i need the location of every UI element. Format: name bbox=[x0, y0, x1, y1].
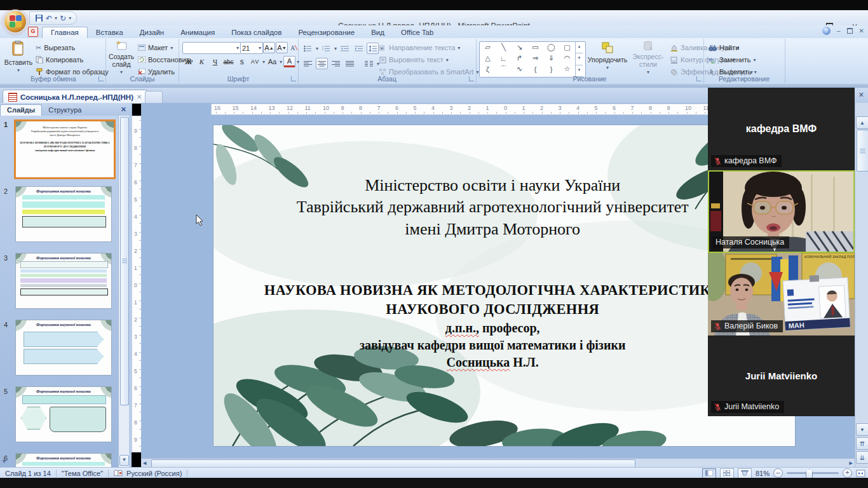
shape-icon[interactable]: ζ bbox=[480, 64, 496, 74]
arrange-button[interactable]: Упорядочить ▾ bbox=[588, 41, 627, 75]
numbering-button[interactable]: 12 bbox=[320, 43, 332, 54]
replace-button[interactable]: abacЗаменить▾ bbox=[709, 54, 756, 65]
find-button[interactable]: Найти bbox=[709, 42, 739, 53]
quick-styles-button[interactable]: Экспресс-стили ▾ bbox=[627, 41, 669, 75]
participant-tile-sosnytska[interactable]: Наталя Сосницька bbox=[708, 170, 855, 253]
numbering-dropdown-icon[interactable]: ▾ bbox=[334, 46, 337, 51]
line-spacing-button[interactable] bbox=[367, 43, 379, 54]
qat-customize-icon[interactable]: ▾ bbox=[69, 15, 71, 21]
shape-icon[interactable]: ▭ bbox=[527, 42, 543, 53]
pane-scrollbar-thumb[interactable] bbox=[120, 117, 129, 405]
shape-icon[interactable]: ∿ bbox=[512, 64, 527, 74]
char-spacing-button[interactable]: AV bbox=[249, 56, 261, 67]
copy-button[interactable]: Копировать bbox=[36, 54, 83, 65]
shape-icon[interactable]: } bbox=[543, 64, 559, 74]
bold-button[interactable]: Ж bbox=[182, 56, 194, 67]
thumb-image[interactable]: Формування наукової новизни bbox=[15, 320, 112, 376]
text-direction-button[interactable]: Направление текста▾ bbox=[379, 42, 460, 53]
pane-scroll-down-icon[interactable]: ▼ bbox=[1, 458, 7, 464]
scroll-left-icon[interactable]: ◀ bbox=[143, 461, 146, 466]
italic-button[interactable]: К bbox=[196, 56, 208, 67]
thumb-image[interactable]: Формування наукової новизни bbox=[15, 186, 112, 242]
help-icon[interactable]: ? bbox=[822, 27, 831, 35]
undo-dropdown-icon[interactable]: ▾ bbox=[55, 15, 57, 21]
next-slide-button[interactable]: ⇊ bbox=[856, 451, 868, 464]
slide-thumbnail-6[interactable]: 6 Формування наукової новизни bbox=[0, 453, 118, 467]
slide-title-textbox[interactable]: НАУКОВА НОВИЗНА ЯК МЕТОДОЛОГІЧНА ХАРАКТЕ… bbox=[225, 281, 760, 371]
zoom-out-button[interactable]: – bbox=[773, 468, 783, 478]
shape-icon[interactable]: ⇒ bbox=[527, 53, 543, 64]
shape-icon[interactable]: ↘ bbox=[512, 42, 527, 53]
align-right-button[interactable] bbox=[330, 58, 342, 69]
paste-button[interactable]: Вставить ▾ bbox=[3, 41, 34, 75]
save-icon[interactable] bbox=[35, 14, 43, 22]
scroll-up-button[interactable]: ▲ bbox=[856, 116, 868, 129]
align-center-button[interactable] bbox=[316, 58, 328, 69]
zoom-slider-track[interactable] bbox=[787, 472, 839, 474]
slideshow-view-button[interactable] bbox=[738, 468, 752, 478]
text-shadow-button[interactable]: S bbox=[236, 56, 248, 67]
tab-home[interactable]: Главная bbox=[42, 27, 88, 38]
change-case-dropdown-icon[interactable]: ▾ bbox=[280, 59, 282, 65]
tab-review[interactable]: Рецензирование bbox=[290, 27, 363, 38]
shape-icon[interactable]: { bbox=[527, 64, 543, 74]
decrease-indent-button[interactable] bbox=[339, 43, 351, 54]
document-tab-new-stub[interactable] bbox=[145, 91, 163, 104]
spell-check-icon[interactable] bbox=[114, 470, 123, 477]
new-slide-button[interactable]: Создать слайд ▾ bbox=[107, 41, 136, 75]
thumb-image[interactable]: Формування наукової новизни bbox=[15, 453, 112, 467]
underline-button[interactable]: Ч bbox=[209, 56, 221, 67]
paragraph-dialog-launcher[interactable] bbox=[469, 76, 474, 81]
increase-indent-button[interactable] bbox=[353, 43, 365, 54]
shape-icon[interactable]: ⌒ bbox=[496, 64, 512, 74]
tab-insert[interactable]: Вставка bbox=[88, 27, 132, 38]
strikethrough-button[interactable]: abc bbox=[222, 56, 234, 67]
office-button[interactable] bbox=[4, 11, 26, 32]
tab-slides-thumbnails[interactable]: Слайды bbox=[0, 104, 42, 116]
tab-slideshow[interactable]: Показ слайдов bbox=[223, 27, 290, 38]
redo-button[interactable]: ↻ bbox=[60, 15, 66, 22]
horizontal-scrollbar-thumb[interactable] bbox=[151, 459, 635, 467]
undo-button[interactable]: ↶ bbox=[46, 15, 52, 22]
layout-button[interactable]: Макет▾ bbox=[138, 42, 173, 53]
slide-thumbnail-4[interactable]: 4 Формування наукової новизни bbox=[0, 320, 118, 383]
shape-icon[interactable]: ╲ bbox=[496, 42, 512, 53]
fit-to-window-icon[interactable] bbox=[856, 470, 865, 477]
clipboard-dialog-launcher[interactable] bbox=[98, 76, 104, 81]
tab-bar-close-icon[interactable]: ✕ bbox=[858, 91, 864, 99]
vertical-scrollbar[interactable]: ▲ ▼ ⇈ ⇊ bbox=[855, 103, 868, 467]
thumb-image[interactable]: Формування наукової новизни bbox=[15, 386, 112, 442]
shrink-font-button[interactable]: А▼ bbox=[276, 42, 288, 53]
tab-office-tab[interactable]: Office Tab bbox=[393, 27, 442, 38]
bullets-button[interactable] bbox=[302, 43, 314, 54]
document-tab-close-icon[interactable]: ✕ bbox=[137, 93, 142, 100]
font-name-combo[interactable]: ▾ bbox=[182, 42, 241, 54]
shape-icon[interactable]: ☆ bbox=[559, 64, 575, 74]
scroll-right-icon[interactable]: ▶ bbox=[850, 461, 853, 466]
taskbar[interactable] bbox=[0, 478, 868, 488]
participant-tile-kafedra[interactable]: кафедра ВМФ кафедра ВМФ bbox=[708, 88, 855, 170]
slide-header-textbox[interactable]: Міністерство освіти і науки України Тавр… bbox=[225, 175, 760, 240]
thumb-image[interactable]: Міністерство освіти і науки України Тавр… bbox=[14, 119, 116, 179]
change-case-button[interactable]: Aa bbox=[266, 56, 278, 67]
zoom-in-button[interactable]: + bbox=[843, 468, 852, 478]
shape-icon[interactable]: ∟ bbox=[496, 53, 512, 64]
shape-icon[interactable]: △ bbox=[480, 53, 496, 64]
shape-icon[interactable]: ◯ bbox=[543, 42, 559, 53]
participant-tile-bykov[interactable]: КОМУНАЛЬНИЙ ЗАКЛАД ПОЛТАВСЬКОЇ ОБЛАСНОЇ … bbox=[708, 253, 855, 336]
shape-icon[interactable]: ▱ bbox=[480, 42, 496, 53]
zoom-slider-thumb[interactable] bbox=[806, 469, 813, 478]
participant-tile-matviienko[interactable]: Jurii Matviienko Jurii Matviienko bbox=[708, 336, 855, 416]
mini-restore-button[interactable] bbox=[847, 28, 853, 34]
font-color-button[interactable]: А bbox=[283, 56, 295, 67]
thumb-image[interactable]: Формування наукової новизни bbox=[15, 253, 112, 309]
normal-view-button[interactable] bbox=[702, 468, 716, 478]
pane-close-icon[interactable]: ✕ bbox=[121, 105, 126, 114]
slide-thumbnail-5[interactable]: 5 Формування наукової новизни bbox=[0, 386, 118, 450]
justify-button[interactable] bbox=[344, 58, 356, 69]
shape-icon[interactable]: ▢ bbox=[559, 42, 575, 53]
font-size-combo[interactable]: 21▾ bbox=[240, 42, 263, 54]
scroll-down-button[interactable]: ▼ bbox=[856, 423, 868, 436]
tab-view[interactable]: Вид bbox=[363, 27, 393, 38]
document-tab-active[interactable]: Сосницька Н.Л.перед.-НПД(НН) ✕ bbox=[3, 90, 147, 104]
